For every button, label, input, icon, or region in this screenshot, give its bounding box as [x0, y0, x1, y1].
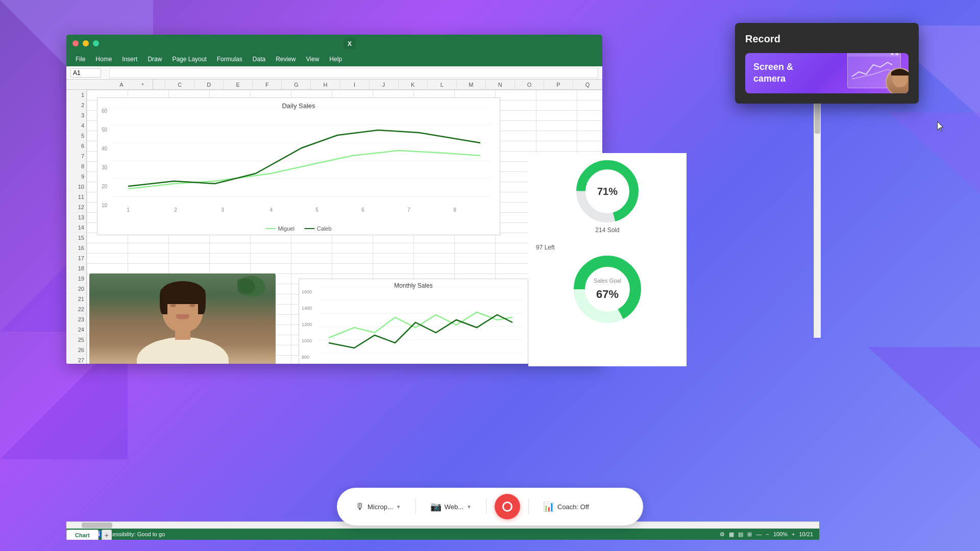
row-21[interactable]: 21: [66, 294, 86, 304]
toolbar-divider-2: [486, 499, 486, 514]
row-22[interactable]: 22: [66, 304, 86, 314]
col-K[interactable]: K: [399, 80, 428, 89]
menu-draw[interactable]: Draw: [142, 54, 167, 64]
row-2[interactable]: 2: [66, 100, 86, 110]
row-12[interactable]: 12: [66, 202, 86, 212]
menu-formulas[interactable]: Formulas: [212, 54, 248, 64]
preview-face: [890, 69, 909, 92]
add-sheet-btn[interactable]: +: [102, 530, 112, 540]
row-20[interactable]: 20: [66, 284, 86, 294]
row-8[interactable]: 8: [66, 161, 86, 171]
col-D[interactable]: D: [194, 80, 224, 89]
preview-ctrl-2: [895, 53, 898, 55]
menu-insert[interactable]: Insert: [117, 54, 142, 64]
col-headers-list: A B C D E F G H I J K L M N O P Q: [107, 80, 602, 89]
col-A[interactable]: A: [107, 80, 136, 89]
col-F[interactable]: F: [253, 80, 282, 89]
window-controls: [72, 40, 101, 46]
row-6[interactable]: 6: [66, 141, 86, 151]
menu-view[interactable]: View: [301, 54, 325, 64]
row-13[interactable]: 13: [66, 212, 86, 222]
microphone-control[interactable]: 🎙 Microp... ▼: [349, 498, 407, 515]
excel-title-area: X: [107, 38, 596, 49]
scrollbar-thumb-h[interactable]: [82, 522, 112, 528]
row-23[interactable]: 23: [66, 314, 86, 324]
webcam-control[interactable]: 📷 Web... ▼: [424, 498, 478, 515]
col-L[interactable]: L: [428, 80, 457, 89]
row-7[interactable]: 7: [66, 151, 86, 161]
status-settings[interactable]: ⚙: [720, 531, 725, 538]
svg-text:5: 5: [315, 207, 318, 213]
webcam-icon: 📷: [430, 501, 442, 512]
row-25[interactable]: 25: [66, 335, 86, 345]
minimize-btn[interactable]: [83, 40, 89, 46]
col-N[interactable]: N: [486, 80, 515, 89]
close-btn[interactable]: [72, 40, 79, 46]
col-I[interactable]: I: [340, 80, 370, 89]
legend-miguel: Miguel: [265, 226, 294, 232]
row-26[interactable]: 26: [66, 345, 86, 355]
y-axis-labels: 60 50 40 30 20 10: [102, 108, 107, 208]
legend-caleb: Caleb: [305, 226, 332, 232]
menu-help[interactable]: Help: [324, 54, 347, 64]
vertical-scrollbar[interactable]: [814, 83, 821, 338]
excel-titlebar: X: [66, 35, 602, 52]
row-10[interactable]: 10: [66, 182, 86, 192]
screen-camera-card[interactable]: Screen & camera: [745, 53, 909, 93]
chart-daily-container[interactable]: Daily Sales 60 50 40 30 20 10: [97, 97, 500, 235]
formula-input[interactable]: [109, 68, 598, 78]
col-C[interactable]: C: [165, 80, 194, 89]
donut-71-wrapper: 71%: [574, 158, 641, 224]
row-9[interactable]: 9: [66, 171, 86, 182]
row-16[interactable]: 16: [66, 243, 86, 253]
status-page-break[interactable]: ⊞: [747, 531, 752, 538]
col-Q[interactable]: Q: [573, 80, 602, 89]
row-24[interactable]: 24: [66, 324, 86, 335]
status-grid[interactable]: ▦: [729, 531, 734, 538]
col-P[interactable]: P: [544, 80, 573, 89]
col-O[interactable]: O: [515, 80, 544, 89]
mic-chevron: ▼: [396, 504, 401, 510]
menu-data[interactable]: Data: [248, 54, 271, 64]
coach-label: Coach: Off: [557, 503, 589, 511]
cam-chevron: ▼: [467, 504, 472, 510]
excel-logo-text: X: [348, 40, 352, 47]
row-17[interactable]: 17: [66, 253, 86, 263]
row-11[interactable]: 11: [66, 192, 86, 202]
plant-leaf-2: [237, 279, 255, 294]
chart-monthly-container[interactable]: Monthly Sales 1600 1400 1200 1000 800 60…: [299, 279, 528, 364]
row-4[interactable]: 4: [66, 120, 86, 131]
formula-bar: A1: [66, 66, 602, 80]
preview-container: [847, 53, 909, 93]
col-H[interactable]: H: [311, 80, 340, 89]
tab-chart[interactable]: Chart: [66, 530, 99, 540]
cell-reference[interactable]: A1: [70, 68, 101, 78]
row-19[interactable]: 19: [66, 273, 86, 284]
row-27[interactable]: 27: [66, 355, 86, 364]
row-15[interactable]: 15: [66, 233, 86, 243]
col-J[interactable]: J: [370, 80, 399, 89]
row-14[interactable]: 14: [66, 222, 86, 233]
row-1[interactable]: 1: [66, 90, 86, 100]
menu-file[interactable]: File: [70, 54, 90, 64]
status-zoom-out[interactable]: −: [766, 531, 769, 537]
maximize-btn[interactable]: [93, 40, 99, 46]
menu-home[interactable]: Home: [90, 54, 117, 64]
coach-control[interactable]: 📊 Coach: Off: [537, 498, 595, 515]
menu-pagelayout[interactable]: Page Layout: [167, 54, 211, 64]
record-button[interactable]: [495, 494, 520, 519]
col-M[interactable]: M: [457, 80, 486, 89]
col-E[interactable]: E: [224, 80, 253, 89]
excel-statusbar: Ready ♿ Accessibility: Good to go: [66, 529, 819, 540]
select-all-btn[interactable]: ▼: [133, 80, 153, 90]
row-3[interactable]: 3: [66, 110, 86, 120]
row-5[interactable]: 5: [66, 131, 86, 141]
status-zoom-in[interactable]: +: [792, 531, 795, 537]
person-hair-left: [160, 289, 167, 314]
menu-review[interactable]: Review: [271, 54, 301, 64]
record-card-preview: [832, 53, 909, 93]
row-18[interactable]: 18: [66, 263, 86, 273]
status-layout[interactable]: ▤: [738, 531, 743, 538]
svg-text:2: 2: [174, 207, 177, 213]
col-G[interactable]: G: [282, 80, 311, 89]
